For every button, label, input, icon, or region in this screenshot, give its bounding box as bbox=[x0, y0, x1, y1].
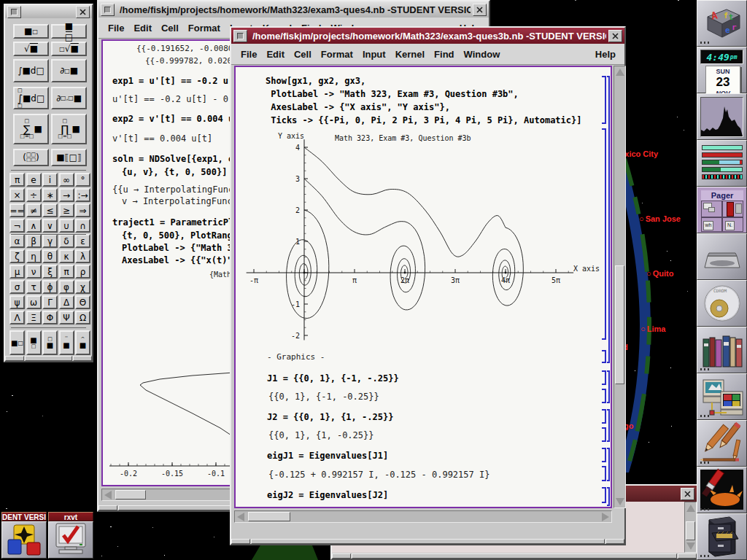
palette-symbol-31[interactable]: ν bbox=[26, 265, 42, 279]
wharf-paint[interactable] bbox=[697, 467, 747, 513]
palette-symbol-28[interactable]: κ bbox=[59, 249, 74, 263]
wharf-file-cabinet[interactable] bbox=[697, 513, 747, 560]
palette-button-power[interactable]: ■□ bbox=[13, 24, 49, 39]
menu-item-kernel[interactable]: Kernel bbox=[395, 49, 425, 60]
pager-desk-2[interactable] bbox=[722, 201, 743, 217]
menu-item-format[interactable]: Format bbox=[188, 23, 220, 34]
palette-button-part[interactable]: ■⟦□⟧ bbox=[51, 149, 87, 166]
scrollbar-thumb[interactable] bbox=[248, 512, 290, 521]
palette-symbol-2[interactable]: i bbox=[42, 173, 58, 187]
cell-bracket[interactable] bbox=[602, 350, 606, 363]
cell-bracket[interactable] bbox=[602, 128, 606, 340]
palette-symbol-46[interactable]: Ξ bbox=[26, 311, 42, 324]
menu-item-format[interactable]: Format bbox=[321, 49, 353, 60]
cell-bracket[interactable] bbox=[602, 389, 606, 403]
notebook-view[interactable]: -ππ2π3π4π5π-2-11234X axisY axisMath 323,… bbox=[234, 66, 612, 508]
palette-symbol-37[interactable]: ϕ bbox=[42, 280, 58, 294]
menu-item-find[interactable]: Find bbox=[434, 49, 454, 60]
menu-item-edit[interactable]: Edit bbox=[266, 49, 285, 60]
palette-button-product[interactable]: □∏□=□■ bbox=[51, 114, 87, 144]
menu-item-help[interactable]: Help bbox=[595, 49, 616, 60]
cell-bracket[interactable] bbox=[602, 409, 606, 424]
wharf-clock[interactable]: 4:49pm SUN 23 NOV bbox=[697, 47, 747, 93]
wharf-tray[interactable] bbox=[697, 233, 747, 280]
palette-symbol-19[interactable]: ∩ bbox=[75, 219, 90, 233]
palette-symbol-39[interactable]: χ bbox=[75, 280, 90, 294]
palette-symbol-0[interactable]: π bbox=[9, 173, 25, 187]
palette-symbol-27[interactable]: θ bbox=[42, 249, 58, 263]
palette-symbol-42[interactable]: Γ bbox=[42, 295, 58, 309]
palette-symbol-23[interactable]: δ bbox=[59, 234, 74, 248]
palette-symbol-49[interactable]: Ω bbox=[75, 311, 90, 324]
cell-bracket[interactable] bbox=[602, 76, 606, 124]
cell-bracket[interactable] bbox=[607, 448, 610, 481]
palette-symbol-21[interactable]: β bbox=[26, 234, 42, 248]
palette-symbol-7[interactable]: ∗ bbox=[42, 188, 58, 202]
wharf-meters[interactable] bbox=[697, 140, 747, 187]
wharf-load-monitor[interactable] bbox=[697, 93, 747, 140]
cell-bracket[interactable] bbox=[602, 466, 606, 481]
palette-symbol-40[interactable]: ψ bbox=[9, 295, 25, 309]
palette-window[interactable]: ■□■□√■□√■∫■d□∂□■□∫□■d□∂□,□■□∑□=□■□∏□=□■(… bbox=[4, 4, 93, 362]
resize-bar[interactable] bbox=[231, 539, 624, 544]
wharf-pencils[interactable] bbox=[697, 420, 747, 467]
vertical-scrollbar[interactable] bbox=[614, 66, 626, 508]
palette-symbol-34[interactable]: ρ bbox=[75, 265, 90, 279]
palette-symbol-3[interactable]: ∞ bbox=[59, 173, 74, 187]
palette-symbol-35[interactable]: σ bbox=[9, 280, 25, 294]
palette-symbol-29[interactable]: λ bbox=[75, 249, 90, 263]
scroll-down-icon[interactable] bbox=[686, 542, 695, 550]
iconified-rxvt[interactable]: rxvt bbox=[48, 512, 93, 559]
palette-symbol-12[interactable]: ≤ bbox=[42, 203, 58, 217]
menu-item-file[interactable]: File bbox=[241, 49, 257, 60]
palette-button-partial-d2[interactable]: ∂□,□■ bbox=[51, 87, 87, 109]
wharf-afterstep-logo[interactable]: A f t e r bbox=[697, 0, 747, 47]
scroll-left-icon[interactable] bbox=[237, 513, 244, 521]
scroll-up-icon[interactable] bbox=[616, 69, 624, 76]
palette-symbol-43[interactable]: Δ bbox=[59, 295, 74, 309]
palette-symbol-24[interactable]: ε bbox=[75, 234, 90, 248]
menu-item-window[interactable]: Window bbox=[464, 49, 500, 60]
palette-script-button-3[interactable]: ‾■ bbox=[59, 330, 74, 355]
palette-symbol-13[interactable]: ≥ bbox=[59, 203, 74, 217]
cell-bracket[interactable] bbox=[607, 409, 610, 442]
palette-symbol-30[interactable]: μ bbox=[9, 265, 25, 279]
close-icon[interactable] bbox=[473, 4, 487, 16]
titlebar[interactable]: /home/fiskjm/projects/homework/Math323/e… bbox=[98, 1, 489, 18]
palette-symbol-20[interactable]: α bbox=[9, 234, 25, 248]
scrollbar-thumb[interactable] bbox=[115, 490, 146, 499]
palette-button-nth-root[interactable]: □√■ bbox=[51, 42, 87, 56]
palette-symbol-6[interactable]: ÷ bbox=[26, 188, 42, 202]
palette-button-sum[interactable]: □∑□=□■ bbox=[13, 114, 49, 144]
scroll-up-icon[interactable] bbox=[686, 505, 695, 512]
vertical-scrollbar[interactable] bbox=[684, 502, 697, 553]
palette-symbol-1[interactable]: e bbox=[26, 173, 42, 187]
palette-symbol-25[interactable]: ζ bbox=[9, 249, 25, 263]
pager-desk-3[interactable]: wh bbox=[701, 217, 722, 232]
palette-symbol-16[interactable]: ∧ bbox=[26, 219, 42, 233]
cell-bracket[interactable] bbox=[602, 427, 606, 442]
palette-script-button-4[interactable]: ^■ bbox=[75, 330, 90, 355]
menu-item-cell[interactable]: Cell bbox=[294, 49, 311, 60]
palette-symbol-10[interactable]: == bbox=[9, 203, 25, 217]
scrollbar-thumb[interactable] bbox=[686, 521, 695, 540]
window-menu-icon[interactable] bbox=[233, 30, 247, 42]
close-icon[interactable] bbox=[76, 6, 90, 18]
palette-script-button-2[interactable]: □■ bbox=[42, 330, 58, 355]
palette-button-sqrt[interactable]: √■ bbox=[13, 42, 49, 56]
window-menu-icon[interactable] bbox=[7, 6, 21, 18]
titlebar[interactable]: /home/fiskjm/projects/homework/Math323/e… bbox=[231, 28, 624, 44]
palette-script-button-1[interactable]: ■□ bbox=[26, 330, 42, 355]
palette-symbol-5[interactable]: × bbox=[9, 188, 25, 202]
palette-symbol-41[interactable]: ω bbox=[26, 295, 42, 309]
palette-script-button-0[interactable]: ■□ bbox=[9, 330, 25, 355]
palette-symbol-14[interactable]: ⇒ bbox=[75, 203, 90, 217]
scroll-right-icon[interactable] bbox=[602, 513, 609, 521]
palette-symbol-17[interactable]: ∨ bbox=[42, 219, 58, 233]
palette-symbol-47[interactable]: Φ bbox=[42, 311, 58, 324]
palette-symbol-36[interactable]: τ bbox=[26, 280, 42, 294]
palette-symbol-8[interactable]: → bbox=[59, 188, 74, 202]
window-menu-icon[interactable] bbox=[101, 4, 115, 16]
palette-symbol-18[interactable]: ∪ bbox=[59, 219, 74, 233]
palette-symbol-4[interactable]: ° bbox=[75, 173, 90, 187]
